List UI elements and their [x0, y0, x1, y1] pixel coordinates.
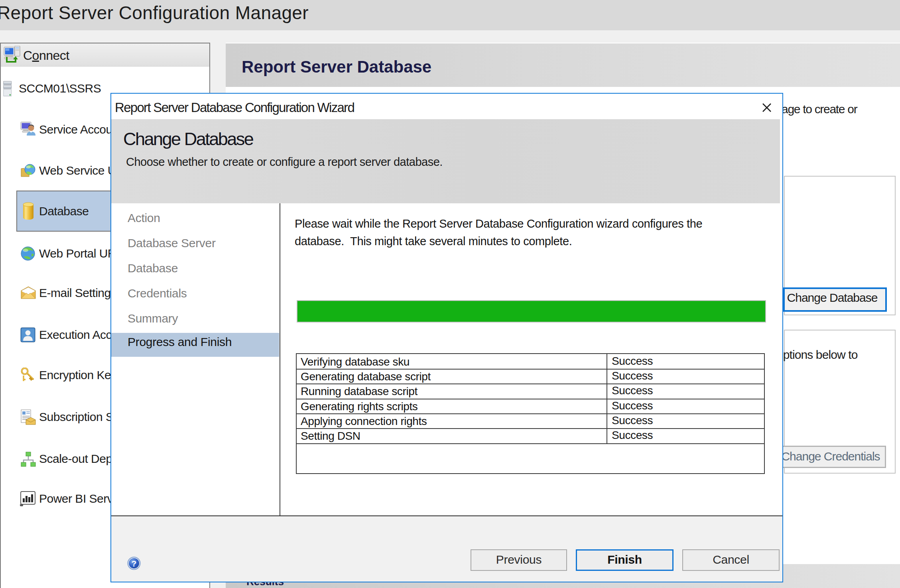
svg-text:?: ?	[132, 559, 137, 568]
